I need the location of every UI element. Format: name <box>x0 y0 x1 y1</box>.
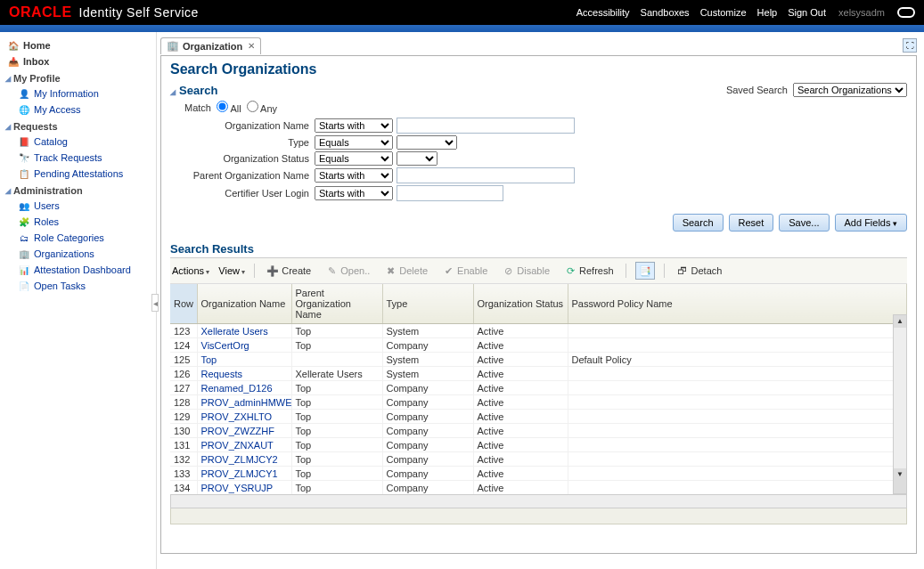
col-policy[interactable]: Password Policy Name <box>568 284 907 324</box>
sidebar-section-administration[interactable]: Administration <box>4 182 152 198</box>
value-input[interactable] <box>397 167 575 183</box>
link-customize[interactable]: Customize <box>700 7 747 18</box>
col-status[interactable]: Organization Status <box>473 284 568 324</box>
cell-type: Company <box>382 424 473 438</box>
table-row[interactable]: 133 PROV_ZLMJCY1 Top Company Active <box>170 467 907 481</box>
cell-orgname[interactable]: PROV_ZWZZHF <box>197 424 291 438</box>
export-icon: 📑 <box>639 264 651 277</box>
table-row[interactable]: 123 Xellerate Users Top System Active <box>170 324 907 338</box>
grid-footer <box>170 508 907 524</box>
sidebar-role-categories[interactable]: 🗂Role Categories <box>4 230 152 246</box>
cell-orgname[interactable]: PROV_ZNXAUT <box>197 438 291 452</box>
cell-type: Company <box>382 395 473 410</box>
scroll-up-icon[interactable]: ▲ <box>894 315 906 328</box>
cell-orgname[interactable]: Renamed_D126 <box>197 381 291 395</box>
reset-button[interactable]: Reset <box>729 214 774 232</box>
col-row[interactable]: Row <box>170 284 197 324</box>
sidebar-my-access[interactable]: 🌐My Access <box>4 102 152 118</box>
value-input[interactable] <box>397 118 575 134</box>
close-tab-icon[interactable]: ✕ <box>248 41 255 51</box>
refresh-button[interactable]: ⟳Refresh <box>561 264 617 278</box>
vertical-scrollbar[interactable]: ▲ ▼ <box>893 314 907 494</box>
table-row[interactable]: 130 PROV_ZWZZHF Top Company Active <box>170 424 907 438</box>
sidebar-pending-attestations[interactable]: 📋Pending Attestations <box>4 166 152 182</box>
value-select[interactable] <box>397 151 437 166</box>
table-row[interactable]: 134 PROV_YSRUJP Top Company Active <box>170 481 907 495</box>
search-toggle[interactable]: Search <box>170 84 217 97</box>
cell-orgname[interactable]: PROV_adminHMWEGS <box>197 395 291 410</box>
cell-orgname[interactable]: PROV_YSRUJP <box>197 481 291 495</box>
cell-orgname[interactable]: Top <box>197 353 291 367</box>
results-grid[interactable]: Row Organization Name Parent Organizatio… <box>170 284 907 495</box>
sidebar-users[interactable]: 👥Users <box>4 198 152 214</box>
home-icon: 🏠 <box>7 39 20 52</box>
sidebar-roles[interactable]: 🧩Roles <box>4 214 152 230</box>
value-input[interactable] <box>397 185 503 201</box>
sidebar-track-requests[interactable]: 🔭Track Requests <box>4 150 152 166</box>
delete-button: ✖Delete <box>381 264 430 278</box>
table-row[interactable]: 126 Requests Xellerate Users System Acti… <box>170 367 907 381</box>
cell-orgname[interactable]: PROV_ZLMJCY2 <box>197 452 291 467</box>
col-parent[interactable]: Parent Organization Name <box>291 284 382 324</box>
field-label: Parent Organization Name <box>184 170 309 181</box>
row-number: 124 <box>170 338 197 353</box>
operator-select[interactable]: Starts with <box>315 186 393 200</box>
table-row[interactable]: 125 Top System Active Default Policy <box>170 353 907 367</box>
sidebar-section-requests[interactable]: Requests <box>4 118 152 134</box>
table-row[interactable]: 131 PROV_ZNXAUT Top Company Active <box>170 438 907 452</box>
cell-orgname[interactable]: VisCertOrg <box>197 338 291 353</box>
tab-organization[interactable]: 🏢 Organization ✕ <box>160 37 261 54</box>
value-select[interactable] <box>397 135 457 150</box>
link-accessibility[interactable]: Accessibility <box>576 7 630 18</box>
maximize-button[interactable]: ⛶ <box>903 38 917 53</box>
match-any[interactable]: Any <box>247 101 277 114</box>
table-row[interactable]: 128 PROV_adminHMWEGS Top Company Active <box>170 395 907 410</box>
operator-select[interactable]: Starts with <box>315 118 393 133</box>
table-row[interactable]: 132 PROV_ZLMJCY2 Top Company Active <box>170 452 907 467</box>
col-orgname[interactable]: Organization Name <box>197 284 291 324</box>
sidebar-open-tasks[interactable]: 📄Open Tasks <box>4 278 152 294</box>
save-button[interactable]: Save... <box>779 214 829 232</box>
add-fields-button[interactable]: Add Fields <box>835 214 908 232</box>
link-help[interactable]: Help <box>757 7 778 18</box>
row-number: 125 <box>170 353 197 367</box>
sidebar-organizations[interactable]: 🏢Organizations <box>4 246 152 262</box>
sidebar-section-myprofile[interactable]: My Profile <box>4 69 152 85</box>
detach-button[interactable]: 🗗Detach <box>674 264 725 278</box>
col-type[interactable]: Type <box>382 284 473 324</box>
create-button[interactable]: ➕Create <box>264 264 314 278</box>
export-button[interactable]: 📑 <box>635 262 655 280</box>
view-menu[interactable]: View <box>218 265 245 276</box>
operator-select[interactable]: Equals <box>315 151 393 166</box>
scroll-down-icon[interactable]: ▼ <box>894 468 906 481</box>
cell-policy: Default Policy <box>568 353 907 367</box>
row-number: 133 <box>170 467 197 481</box>
cell-orgname[interactable]: Xellerate Users <box>197 324 291 338</box>
table-row[interactable]: 127 Renamed_D126 Top Company Active <box>170 381 907 395</box>
sidebar-attestation-dashboard[interactable]: 📊Attestation Dashboard <box>4 262 152 278</box>
match-all[interactable]: All <box>217 101 241 114</box>
operator-select[interactable]: Equals <box>315 135 393 150</box>
horizontal-scrollbar[interactable] <box>170 494 907 508</box>
cell-parent: Top <box>291 381 382 395</box>
saved-search-select[interactable]: Search Organizations <box>793 83 907 97</box>
cell-policy <box>568 424 907 438</box>
cell-orgname[interactable]: PROV_ZXHLTO <box>197 410 291 424</box>
cell-orgname[interactable]: Requests <box>197 367 291 381</box>
row-number: 132 <box>170 452 197 467</box>
current-user: xelsysadm <box>838 7 885 18</box>
sidebar-inbox[interactable]: 📥Inbox <box>4 53 152 69</box>
cell-type: Company <box>382 481 473 495</box>
link-sandboxes[interactable]: Sandboxes <box>641 7 690 18</box>
sidebar-catalog[interactable]: 📕Catalog <box>4 134 152 150</box>
search-button[interactable]: Search <box>673 214 724 232</box>
table-row[interactable]: 124 VisCertOrg Top Company Active <box>170 338 907 353</box>
sidebar-my-information[interactable]: 👤My Information <box>4 85 152 102</box>
cell-orgname[interactable]: PROV_ZLMJCY1 <box>197 467 291 481</box>
link-signout[interactable]: Sign Out <box>788 7 826 18</box>
sidebar-home[interactable]: 🏠Home <box>4 37 152 53</box>
actions-menu[interactable]: Actions <box>172 265 209 276</box>
org-tab-icon: 🏢 <box>167 40 179 53</box>
operator-select[interactable]: Starts with <box>315 168 393 183</box>
table-row[interactable]: 129 PROV_ZXHLTO Top Company Active <box>170 410 907 424</box>
